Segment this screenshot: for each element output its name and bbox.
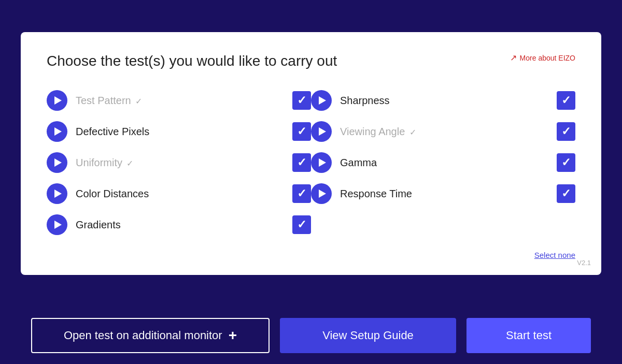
plus-icon: + — [229, 327, 237, 344]
view-guide-label: View Setup Guide — [322, 329, 414, 342]
checkbox-color-distances[interactable] — [292, 184, 311, 203]
play-btn-sharpness[interactable] — [311, 90, 332, 111]
checkbox-test-pattern[interactable] — [292, 91, 311, 110]
test-row-response-time: Response Time — [311, 178, 575, 209]
card-footer: Select none — [47, 251, 575, 259]
test-label-color-distances: Color Distances — [76, 188, 284, 200]
test-label-gradients: Gradients — [76, 219, 284, 231]
bottom-bar: Open test on additional monitor + View S… — [0, 307, 622, 364]
checkmark-viewing-angle: ✓ — [407, 128, 416, 137]
checkmark-uniformity: ✓ — [124, 159, 133, 168]
main-content: Choose the test(s) you would like to car… — [0, 0, 622, 307]
start-test-label: Start test — [506, 329, 552, 342]
more-about-label: More about EIZO — [520, 54, 575, 62]
test-label-uniformity: Uniformity ✓ — [76, 157, 284, 169]
test-row-color-distances: Color Distances — [47, 178, 311, 209]
version-text: V2.1 — [577, 259, 591, 267]
card-title: Choose the test(s) you would like to car… — [47, 53, 337, 69]
test-label-gamma: Gamma — [340, 157, 548, 169]
test-label-viewing-angle: Viewing Angle ✓ — [340, 126, 548, 138]
view-guide-button[interactable]: View Setup Guide — [280, 318, 456, 353]
test-label-sharpness: Sharpness — [340, 95, 548, 107]
checkbox-gradients[interactable] — [292, 215, 311, 234]
play-btn-viewing-angle[interactable] — [311, 121, 332, 142]
play-btn-gamma[interactable] — [311, 152, 332, 173]
start-test-button[interactable]: Start test — [466, 318, 591, 353]
checkbox-uniformity[interactable] — [292, 153, 311, 172]
play-btn-gradients[interactable] — [47, 214, 67, 235]
test-label-test-pattern: Test Pattern ✓ — [76, 95, 284, 107]
external-link-icon: ↗ — [510, 53, 517, 63]
checkmark-test-pattern: ✓ — [133, 97, 142, 106]
test-row-gradients: Gradients — [47, 209, 311, 240]
test-column-right: SharpnessViewing Angle ✓GammaResponse Ti… — [311, 85, 575, 240]
open-monitor-label: Open test on additional monitor — [64, 329, 222, 342]
test-label-response-time: Response Time — [340, 188, 548, 200]
checkbox-defective-pixels[interactable] — [292, 122, 311, 141]
select-none-link[interactable]: Select none — [534, 251, 575, 259]
checkbox-sharpness[interactable] — [557, 91, 575, 110]
test-row-viewing-angle: Viewing Angle ✓ — [311, 116, 575, 147]
card: Choose the test(s) you would like to car… — [21, 32, 601, 275]
test-row-defective-pixels: Defective Pixels — [47, 116, 311, 147]
test-row-sharpness: Sharpness — [311, 85, 575, 116]
play-btn-defective-pixels[interactable] — [47, 121, 67, 142]
checkbox-gamma[interactable] — [557, 153, 575, 172]
test-label-defective-pixels: Defective Pixels — [76, 126, 284, 138]
test-row-uniformity: Uniformity ✓ — [47, 147, 311, 178]
card-header: Choose the test(s) you would like to car… — [47, 53, 575, 69]
test-column-left: Test Pattern ✓Defective PixelsUniformity… — [47, 85, 311, 240]
spacer-row — [311, 209, 575, 220]
play-btn-test-pattern[interactable] — [47, 90, 67, 111]
test-row-test-pattern: Test Pattern ✓ — [47, 85, 311, 116]
open-monitor-button[interactable]: Open test on additional monitor + — [31, 318, 270, 353]
play-btn-uniformity[interactable] — [47, 152, 67, 173]
test-row-gamma: Gamma — [311, 147, 575, 178]
play-btn-color-distances[interactable] — [47, 183, 67, 204]
more-about-eizo-link[interactable]: ↗ More about EIZO — [510, 53, 575, 63]
play-btn-response-time[interactable] — [311, 183, 332, 204]
checkbox-response-time[interactable] — [557, 184, 575, 203]
checkbox-viewing-angle[interactable] — [557, 122, 575, 141]
tests-grid: Test Pattern ✓Defective PixelsUniformity… — [47, 85, 575, 240]
